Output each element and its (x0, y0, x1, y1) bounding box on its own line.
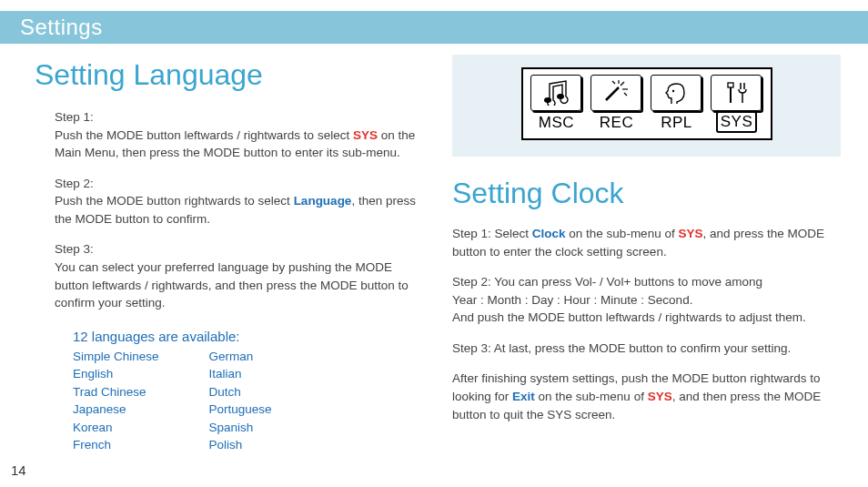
svg-rect-9 (728, 83, 733, 87)
menu-label: REC (590, 114, 643, 132)
svg-point-0 (544, 97, 551, 103)
setting-language-title: Setting Language (35, 58, 416, 92)
language-steps: Step 1: Push the MODE button leftwards /… (55, 108, 416, 312)
lang-item: Trad Chinese (73, 383, 159, 401)
step2: Step 2: Push the MODE button rightwards … (55, 175, 416, 228)
exit-highlight: Exit (512, 390, 535, 403)
menu-label-selected: SYS (716, 111, 758, 133)
svg-point-1 (557, 94, 564, 99)
menu-frame: MSC (521, 67, 772, 140)
setting-clock-title: Setting Clock (452, 177, 841, 210)
step1-label: Step 1: (55, 110, 94, 124)
after-setting: After finishing system settings, push th… (452, 370, 841, 423)
step1: Step 1: Push the MODE button leftwards /… (55, 108, 416, 162)
lang-item: Korean (73, 419, 159, 437)
menu-label: MSC (530, 114, 583, 132)
lang-item: English (73, 365, 159, 383)
right-column: MSC (452, 51, 841, 454)
clock-highlight: Clock (532, 227, 566, 240)
lang-item: Polish (209, 436, 272, 454)
menu-item-sys: SYS (711, 75, 763, 133)
lang-item: Italian (209, 365, 272, 383)
sys-highlight: SYS (648, 390, 672, 403)
content: Setting Language Step 1: Push the MODE b… (0, 51, 868, 454)
lang-item: French (73, 436, 159, 454)
svg-line-3 (621, 82, 624, 86)
tools-icon (711, 75, 762, 111)
svg-line-6 (624, 93, 627, 96)
svg-line-2 (606, 87, 619, 100)
languages-title: 12 languages are available: (73, 329, 416, 344)
svg-line-7 (612, 81, 615, 84)
sys-highlight: SYS (353, 128, 378, 142)
left-column: Setting Language Step 1: Push the MODE b… (27, 51, 416, 454)
lang-item: Simple Chinese (73, 348, 159, 366)
sys-highlight: SYS (678, 227, 702, 240)
menu-item-rec: REC (590, 75, 643, 133)
step3-label: Step 3: (55, 242, 94, 256)
svg-point-8 (671, 90, 673, 92)
head-icon (651, 75, 701, 111)
menu-label: RPL (651, 114, 703, 132)
menu-item-rpl: RPL (651, 75, 703, 133)
step2-label: Step 2: (55, 177, 94, 190)
clock-step3: Step 3: At last, press the MODE button t… (452, 340, 841, 358)
music-icon (530, 75, 581, 111)
step3: Step 3: You can select your preferred la… (55, 240, 416, 311)
lang-item: Portuguese (209, 401, 272, 419)
wand-icon (590, 75, 641, 111)
lang-item: Spanish (209, 419, 272, 437)
clock-steps: Step 1: Select Clock on the sub-menu of … (452, 225, 841, 423)
lang-item: Dutch (209, 383, 272, 401)
settings-header: Settings (0, 11, 868, 44)
page-number: 14 (11, 462, 26, 478)
languages-box: 12 languages are available: Simple Chine… (73, 329, 416, 454)
lang-item: Japanese (73, 401, 159, 419)
clock-step1: Step 1: Select Clock on the sub-menu of … (452, 225, 841, 260)
lang-item: German (209, 348, 272, 366)
language-highlight: Language (294, 194, 352, 208)
clock-step2: Step 2: You can press Vol- / Vol+ button… (452, 273, 841, 327)
languages-columns: Simple Chinese English Trad Chinese Japa… (73, 348, 416, 454)
lang-col-2: German Italian Dutch Portuguese Spanish … (209, 348, 272, 454)
menu-item-msc: MSC (530, 75, 583, 133)
menu-panel: MSC (452, 55, 841, 157)
lang-col-1: Simple Chinese English Trad Chinese Japa… (73, 348, 159, 454)
